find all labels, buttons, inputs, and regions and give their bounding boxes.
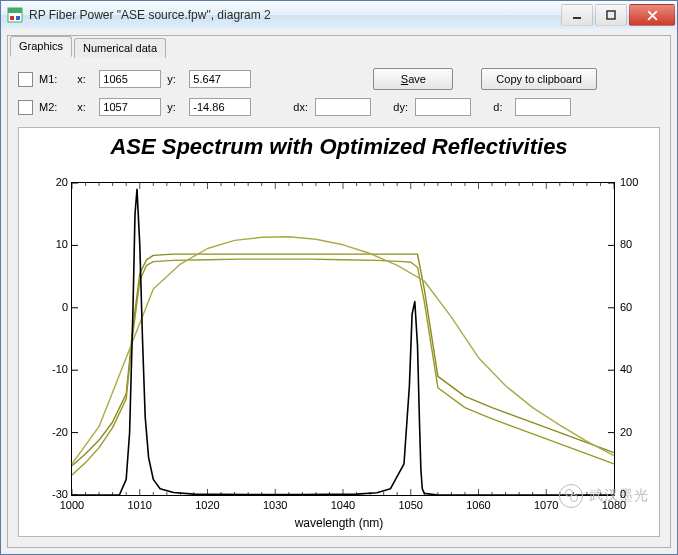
y-right-tick-label: 80	[620, 238, 632, 250]
dx-label: dx:	[293, 101, 309, 113]
dx-input[interactable]	[315, 98, 371, 116]
m1-checkbox[interactable]	[18, 72, 33, 87]
y-right-tick-label: 0	[620, 488, 626, 500]
m1-x-label: x:	[77, 73, 93, 85]
chart-title: ASE Spectrum with Optimized Reflectiviti…	[19, 134, 659, 160]
tab-graphics[interactable]: Graphics	[10, 36, 72, 57]
y-left-tick-label: 0	[38, 301, 68, 313]
m2-label: M2:	[39, 101, 57, 113]
marker-row-1: M1: x: y: Save Copy to clipboard	[18, 67, 660, 91]
tab-pane: Graphics Numerical data M1: x: y:	[7, 35, 671, 548]
m1-y-input[interactable]	[189, 70, 251, 88]
m2-y-input[interactable]	[189, 98, 251, 116]
d-label: d:	[493, 101, 509, 113]
m2-y-label: y:	[167, 101, 183, 113]
svg-rect-4	[573, 17, 581, 19]
m2-checkbox[interactable]	[18, 100, 33, 115]
marker-row-2: M2: x: y: dx: dy: d:	[18, 95, 660, 119]
svg-rect-1	[8, 8, 22, 13]
watermark-icon	[559, 484, 583, 508]
tab-content-graphics: M1: x: y: Save Copy to clipboard	[8, 57, 670, 547]
y-left-tick-label: 10	[38, 238, 68, 250]
x-axis-label: wavelength (nm)	[19, 516, 659, 530]
y-left-tick-label: -10	[38, 363, 68, 375]
svg-rect-5	[607, 11, 615, 19]
svg-rect-3	[16, 16, 20, 20]
tab-strip: Graphics Numerical data	[10, 35, 168, 57]
titlebar: RP Fiber Power "ASE source.fpw", diagram…	[1, 1, 677, 30]
x-tick-label: 1060	[464, 499, 494, 511]
x-tick-label: 1050	[396, 499, 426, 511]
y-right-tick-label: 20	[620, 426, 632, 438]
y-left-tick-label: -20	[38, 426, 68, 438]
svg-rect-2	[10, 16, 14, 20]
dy-label: dy:	[393, 101, 409, 113]
m2-x-label: x:	[77, 101, 93, 113]
tab-numerical-data[interactable]: Numerical data	[74, 38, 166, 58]
m1-label: M1:	[39, 73, 57, 85]
tab-label: Numerical data	[83, 42, 157, 54]
y-right-tick-label: 40	[620, 363, 632, 375]
m1-y-label: y:	[167, 73, 183, 85]
m1-x-input[interactable]	[99, 70, 161, 88]
plot-area[interactable]	[71, 182, 615, 496]
minimize-button[interactable]	[561, 4, 593, 26]
app-icon	[7, 7, 23, 23]
y-left-tick-label: 20	[38, 176, 68, 188]
tab-label: Graphics	[19, 40, 63, 52]
dy-input[interactable]	[415, 98, 471, 116]
chart-container: ASE Spectrum with Optimized Reflectiviti…	[18, 127, 660, 537]
m2-x-input[interactable]	[99, 98, 161, 116]
save-button[interactable]: Save	[373, 68, 453, 90]
copy-clipboard-button[interactable]: Copy to clipboard	[481, 68, 597, 90]
copy-label: Copy to clipboard	[496, 73, 582, 85]
d-input[interactable]	[515, 98, 571, 116]
x-tick-label: 1080	[599, 499, 629, 511]
client-area: Graphics Numerical data M1: x: y:	[1, 29, 677, 554]
save-btn-rest: ave	[408, 73, 426, 85]
x-tick-label: 1040	[328, 499, 358, 511]
window-controls	[559, 4, 675, 26]
x-tick-label: 1020	[193, 499, 223, 511]
close-button[interactable]	[629, 4, 675, 26]
app-window: RP Fiber Power "ASE source.fpw", diagram…	[0, 0, 678, 555]
y-right-tick-label: 100	[620, 176, 638, 188]
maximize-button[interactable]	[595, 4, 627, 26]
y-left-tick-label: -30	[38, 488, 68, 500]
x-tick-label: 1010	[125, 499, 155, 511]
window-title: RP Fiber Power "ASE source.fpw", diagram…	[29, 8, 553, 22]
x-tick-label: 1000	[57, 499, 87, 511]
x-tick-label: 1070	[531, 499, 561, 511]
y-right-tick-label: 60	[620, 301, 632, 313]
x-tick-label: 1030	[260, 499, 290, 511]
